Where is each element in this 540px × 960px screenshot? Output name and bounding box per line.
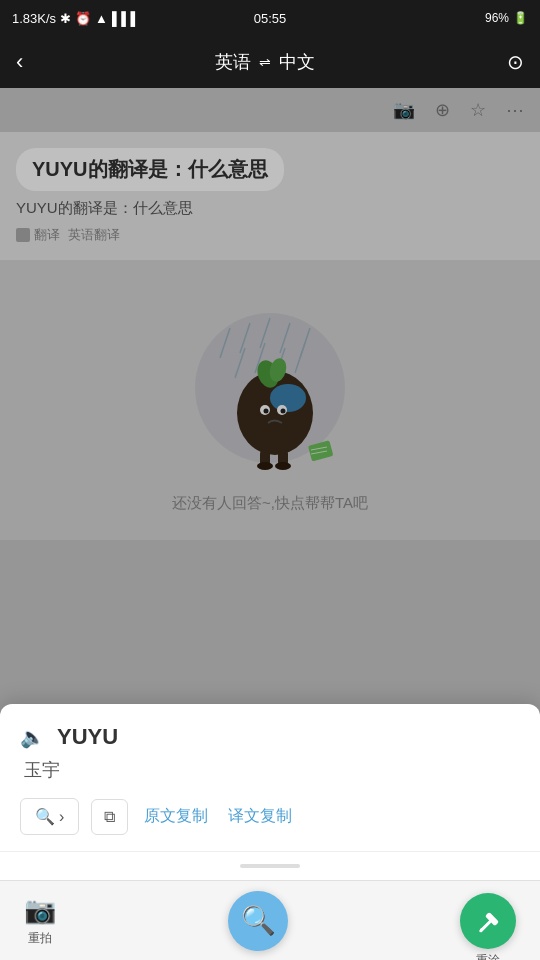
retake-button[interactable]: 📷 重拍: [24, 895, 56, 947]
search-center-button[interactable]: 🔍: [228, 891, 288, 951]
edit-icon: [473, 906, 503, 936]
drag-handle[interactable]: [20, 852, 520, 880]
bottom-nav: 📷 重拍 🔍 重涂: [0, 880, 540, 960]
copy-icon: ⧉: [104, 808, 115, 826]
back-button[interactable]: ‹: [16, 49, 23, 75]
search-chevron: ›: [59, 808, 64, 826]
translation-meaning: 玉宇: [20, 758, 520, 782]
search-button[interactable]: 🔍 ›: [20, 798, 79, 835]
copy-translation-button[interactable]: 译文复制: [224, 798, 296, 835]
nav-title-left: 英语: [215, 50, 251, 74]
redraw-icon-btn[interactable]: 重涂: [460, 893, 516, 949]
nav-more-button[interactable]: ⊙: [507, 50, 524, 74]
sound-icon[interactable]: 🔈: [20, 725, 45, 749]
translation-word: YUYU: [57, 724, 118, 750]
translation-word-row: 🔈 YUYU: [20, 724, 520, 750]
search-icon: 🔍: [35, 807, 55, 826]
status-bar: 1.83K/s ✱ ⏰ ▲ ▌▌▌ 05:55 96% 🔋: [0, 0, 540, 36]
alarm-icon: ⏰: [75, 11, 91, 26]
status-left: 1.83K/s ✱ ⏰ ▲ ▌▌▌: [12, 11, 140, 26]
signal-icon: ▌▌▌: [112, 11, 140, 26]
nav-title: 英语 ⇌ 中文: [215, 50, 315, 74]
translation-panel: 🔈 YUYU 玉宇 🔍 › ⧉ 原文复制 译文复制: [0, 704, 540, 880]
retake-icon: 📷: [24, 895, 56, 926]
redraw-button[interactable]: 重涂: [460, 893, 516, 949]
redraw-label: 重涂: [476, 952, 500, 961]
nav-bar: ‹ 英语 ⇌ 中文 ⊙: [0, 36, 540, 88]
battery-icon: 🔋: [513, 11, 528, 25]
battery-percent: 96%: [485, 11, 509, 25]
nav-title-arrow: ⇌: [259, 54, 271, 70]
status-time: 05:55: [254, 11, 287, 26]
status-right: 96% 🔋: [485, 11, 528, 25]
retake-label: 重拍: [28, 930, 52, 947]
bluetooth-icon: ✱: [60, 11, 71, 26]
network-speed: 1.83K/s: [12, 11, 56, 26]
copy-icon-button[interactable]: ⧉: [91, 799, 128, 835]
nav-title-right: 中文: [279, 50, 315, 74]
wifi-icon: ▲: [95, 11, 108, 26]
center-search-icon: 🔍: [241, 904, 276, 937]
drag-handle-bar: [240, 864, 300, 868]
copy-original-button[interactable]: 原文复制: [140, 798, 212, 835]
translation-actions: 🔍 › ⧉ 原文复制 译文复制: [20, 798, 520, 835]
